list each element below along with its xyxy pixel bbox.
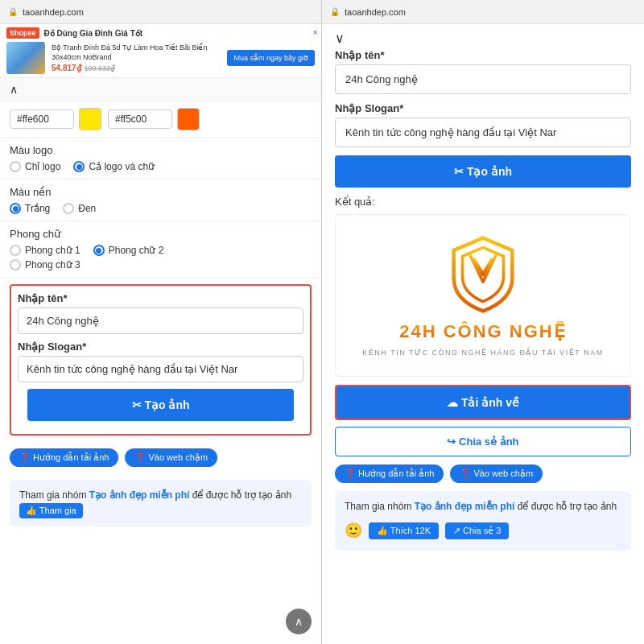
tai-anh-button[interactable]: ☁ Tải ảnh về: [335, 385, 631, 420]
ad-product-row: Bộ Tranh Đính Đá 5d Tự Làm Hoa Tiết Bãi …: [6, 42, 315, 74]
left-browser-url: taoanhdep.com: [23, 7, 84, 17]
right-join-banner: Tham gia nhóm Tạo ảnh đẹp miễn phí để đư…: [335, 491, 631, 551]
right-nhap-slogan-label: Nhập Slogan*: [335, 102, 631, 114]
color2-swatch[interactable]: [177, 108, 200, 130]
nhap-slogan-input[interactable]: [18, 356, 303, 382]
tao-anh-button-left[interactable]: ✂ Tạo ảnh: [27, 389, 294, 421]
radio-den[interactable]: Đen: [63, 203, 96, 214]
mau-nen-section: Màu nền Trắng Đen: [0, 180, 321, 221]
radio-chi-logo-label: Chỉ logo: [25, 161, 60, 172]
color1-input[interactable]: [10, 109, 74, 129]
mau-nen-label: Màu nền: [10, 186, 312, 198]
radio-trang-circle[interactable]: [10, 203, 21, 214]
left-phone-panel: 🔒 taoanhdep.com Shopee Đồ Dùng Gia Đình …: [0, 0, 322, 644]
right-phone-panel: 🔒 taoanhdep.com ∨ Nhập tên* Nhập Slogan*…: [322, 0, 644, 644]
chia-se-button[interactable]: ↪ Chia sẻ ảnh: [335, 427, 631, 456]
join-text2-left: để được hỗ trợ tạo ảnh: [192, 489, 291, 501]
radio-phong3[interactable]: Phong chữ 3: [10, 259, 80, 270]
right-join-text2: để được hỗ trợ tạo ảnh: [518, 501, 617, 512]
join-bold-left: Tạo ảnh đẹp miễn phí: [89, 489, 190, 501]
right-browser-bar: 🔒 taoanhdep.com: [322, 0, 644, 24]
chevron-up-icon: ∧: [10, 83, 18, 96]
nhap-ten-label: Nhập tên*: [18, 292, 303, 304]
nhap-slogan-group: Nhập Slogan*: [18, 341, 303, 382]
nhap-ten-input[interactable]: [18, 308, 303, 334]
tao-anh-button-right[interactable]: ✂ Tạo ảnh: [335, 155, 631, 188]
mau-logo-radio-group: Chỉ logo Cả logo và chữ: [10, 161, 312, 172]
color-input-group-2: [108, 108, 200, 130]
radio-phong2-circle[interactable]: [93, 245, 105, 256]
color-row: [0, 101, 321, 138]
radio-ca-logo-circle[interactable]: [73, 161, 85, 172]
like-button[interactable]: 👍 Thích 12K: [369, 522, 439, 539]
right-nhap-slogan-input[interactable]: [335, 118, 631, 147]
fab-up-left[interactable]: ∧: [286, 609, 312, 634]
emoji-icon: 🙂: [345, 519, 362, 543]
logo-svg: [443, 234, 523, 315]
radio-ca-logo[interactable]: Cả logo và chữ: [73, 161, 155, 172]
radio-phong2-label: Phong chữ 2: [109, 245, 164, 256]
radio-phong3-label: Phong chữ 3: [25, 259, 80, 270]
radio-phong1-label: Phong chữ 1: [25, 245, 80, 256]
input-section-highlighted: Nhập tên* Nhập Slogan* ✂ Tạo ảnh: [10, 284, 312, 436]
left-browser-bar: 🔒 taoanhdep.com: [0, 0, 321, 24]
lock-icon: 🔒: [8, 7, 18, 16]
color2-input[interactable]: [108, 109, 172, 129]
ad-price-new: 54.817₫: [52, 64, 81, 72]
right-join-bold: Tạo ảnh đẹp miễn phí: [415, 501, 515, 512]
huong-dan-button-left[interactable]: ❓ Hướng dẫn tải ảnh: [10, 448, 118, 467]
right-content: ∨ Nhập tên* Nhập Slogan* ✂ Tạo ảnh Kết q…: [322, 24, 644, 644]
phong-chu-section: Phong chữ Phong chữ 1 Phong chữ 2 Phong …: [0, 221, 321, 278]
logo-brand-name: 24H CÔNG NGHỆ: [399, 321, 566, 342]
right-vao-web-button[interactable]: ❓ Vào web chậm: [450, 464, 543, 483]
join-group-banner-left: Tham gia nhóm Tạo ảnh đẹp miễn phí để đư…: [10, 480, 312, 526]
right-nhap-ten-group: Nhập tên*: [335, 49, 631, 94]
join-button-left[interactable]: 👍 Tham gia: [19, 503, 83, 518]
ad-prices: 54.817₫ 109.633₫: [52, 64, 221, 72]
ad-product-image: [6, 42, 45, 74]
scroll-up-bar[interactable]: ∧: [0, 78, 321, 101]
radio-chi-logo-circle[interactable]: [10, 161, 21, 172]
left-panel-content: Shopee Đồ Dùng Gia Đình Giá Tốt × Bộ Tra…: [0, 24, 321, 644]
radio-ca-logo-label: Cả logo và chữ: [89, 161, 155, 172]
right-form-area: ∨ Nhập tên* Nhập Slogan* ✂ Tạo ảnh Kết q…: [322, 24, 644, 565]
radio-phong1-circle[interactable]: [10, 245, 21, 256]
radio-phong2[interactable]: Phong chữ 2: [93, 245, 164, 256]
result-image-box: 24H CÔNG NGHỆ KÊNH TIN TỨC CÔNG NGHỆ HÀN…: [335, 214, 631, 377]
mau-logo-label: Màu logo: [10, 144, 312, 156]
phong-chu-radio-group-2: Phong chữ 3: [10, 259, 312, 270]
right-browser-url: taoanhdep.com: [345, 7, 406, 17]
radio-den-circle[interactable]: [63, 203, 74, 214]
right-join-text: Tham gia nhóm: [345, 501, 411, 512]
color1-swatch[interactable]: [79, 108, 101, 130]
logo-container: 24H CÔNG NGHỆ KÊNH TIN TỨC CÔNG NGHỆ HÀN…: [362, 234, 603, 357]
social-row: 🙂 👍 Thích 12K ↗ Chia sẻ 3: [345, 519, 621, 543]
phong-chu-radio-group: Phong chữ 1 Phong chữ 2: [10, 245, 312, 256]
ket-qua-label: Kết quả:: [335, 196, 631, 208]
right-lock-icon: 🔒: [330, 7, 340, 16]
ad-product-name: Bộ Tranh Đính Đá 5d Tự Làm Hoa Tiết Bãi …: [52, 43, 221, 62]
nhap-slogan-label: Nhập Slogan*: [18, 341, 303, 353]
radio-den-label: Đen: [78, 203, 96, 214]
vao-web-button-left[interactable]: ❓ Vào web chậm: [125, 448, 217, 467]
logo-slogan: KÊNH TIN TỨC CÔNG NGHỆ HÀNG ĐẦU TẠI VIỆT…: [362, 349, 603, 357]
right-info-buttons: ❓ Hướng dẫn tải ảnh ❓ Vào web chậm: [335, 464, 631, 483]
right-nhap-slogan-group: Nhập Slogan*: [335, 102, 631, 147]
nhap-ten-group: Nhập tên*: [18, 292, 303, 334]
mau-logo-section: Màu logo Chỉ logo Cả logo và chữ: [0, 138, 321, 180]
ad-close-icon[interactable]: ×: [313, 27, 318, 37]
back-button[interactable]: ∨: [335, 31, 631, 46]
radio-phong1[interactable]: Phong chữ 1: [10, 245, 80, 256]
radio-phong3-circle[interactable]: [10, 259, 21, 270]
share-sm-button[interactable]: ↗ Chia sẻ 3: [445, 522, 509, 539]
ad-title: Đồ Dùng Gia Đình Giá Tốt: [44, 29, 315, 38]
radio-chi-logo[interactable]: Chỉ logo: [10, 161, 60, 172]
ad-banner: Shopee Đồ Dùng Gia Đình Giá Tốt × Bộ Tra…: [0, 24, 321, 78]
radio-trang[interactable]: Trắng: [10, 203, 50, 214]
join-text-left: Tham gia nhóm: [19, 489, 86, 501]
mau-nen-radio-group: Trắng Đen: [10, 203, 312, 214]
ad-buy-button[interactable]: Mua sắm ngay bây giờ: [227, 50, 315, 66]
right-huong-dan-button[interactable]: ❓ Hướng dẫn tải ảnh: [335, 464, 444, 483]
radio-trang-label: Trắng: [25, 203, 50, 214]
right-nhap-ten-input[interactable]: [335, 64, 631, 94]
